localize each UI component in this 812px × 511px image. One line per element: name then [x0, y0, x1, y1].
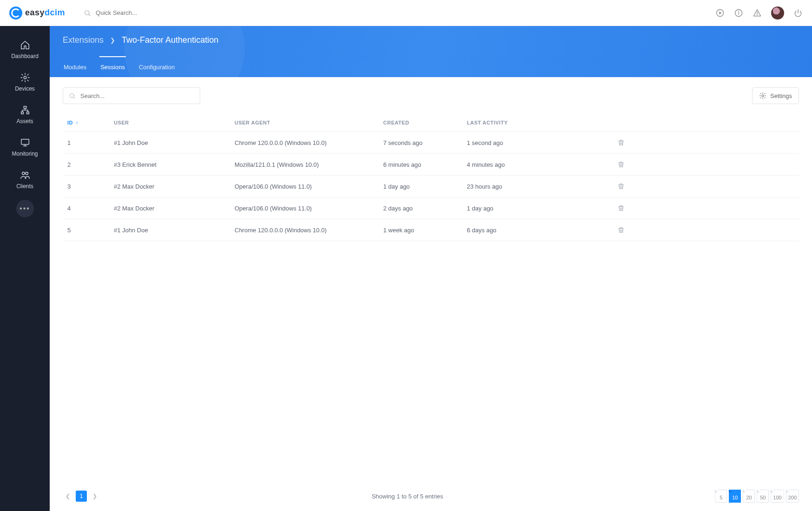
sidebar-item-assets[interactable]: Assets: [0, 98, 50, 131]
cell-user: #1 John Doe: [114, 227, 235, 234]
svg-point-17: [22, 172, 25, 175]
settings-button-label: Settings: [770, 92, 792, 99]
cell-id: 1: [67, 139, 114, 146]
cell-agent: Chrome 120.0.0.0 (Windows 10.0): [235, 139, 383, 146]
chevron-right-icon: ❯: [110, 37, 115, 44]
column-user[interactable]: USER: [114, 120, 235, 125]
info-icon[interactable]: [734, 8, 743, 18]
svg-marker-3: [719, 11, 721, 14]
cell-id: 2: [67, 161, 114, 168]
page-size-50[interactable]: 50: [757, 490, 769, 503]
page-next[interactable]: ❯: [90, 491, 100, 501]
brand-logo[interactable]: easydcim: [9, 7, 65, 20]
user-avatar[interactable]: [771, 7, 784, 20]
arrow-up-icon: ↑: [76, 120, 79, 125]
main-panel: Extensions ❯ Two-Factor Authentication M…: [50, 26, 812, 511]
network-icon: [20, 105, 30, 115]
sidebar-more-button[interactable]: •••: [16, 200, 34, 217]
column-id[interactable]: ID↑: [67, 120, 114, 125]
sidebar-item-dashboard[interactable]: Dashboard: [0, 33, 50, 66]
global-search-input[interactable]: [96, 9, 189, 16]
sidebar-item-label: Devices: [15, 85, 35, 92]
trash-icon: [617, 139, 625, 146]
delete-button[interactable]: [617, 183, 625, 190]
power-icon[interactable]: [793, 8, 803, 18]
table-row[interactable]: 2#3 Erick BennetMozilla/121.0.1 (Windows…: [63, 154, 799, 176]
cell-created: 6 minutes ago: [383, 161, 467, 168]
cell-activity: 4 minutes ago: [467, 161, 597, 168]
global-search[interactable]: [84, 9, 715, 17]
delete-button[interactable]: [617, 204, 625, 212]
brand-name-a: easy: [25, 8, 45, 17]
cell-agent: Opera/106.0 (Windows 11.0): [235, 183, 383, 190]
brand-mark-icon: [9, 7, 22, 20]
sidebar-item-devices[interactable]: Devices: [0, 66, 50, 98]
table-row[interactable]: 5#1 John DoeChrome 120.0.0.0 (Windows 10…: [63, 219, 799, 241]
tab-sessions[interactable]: Sessions: [99, 56, 126, 77]
svg-point-6: [739, 11, 739, 12]
table-header: ID↑ USER USER AGENT CREATED LAST ACTIVIT…: [63, 113, 799, 132]
cell-id: 4: [67, 205, 114, 212]
cell-agent: Mozilla/121.0.1 (Windows 10.0): [235, 161, 383, 168]
table-row[interactable]: 4#2 Max DockerOpera/106.0 (Windows 11.0)…: [63, 197, 799, 219]
cell-activity: 1 second ago: [467, 139, 597, 146]
page-current[interactable]: 1: [76, 491, 87, 502]
delete-button[interactable]: [617, 139, 625, 146]
page-size-10[interactable]: 10: [729, 490, 741, 503]
gear-icon: [759, 92, 766, 99]
gear-icon: [20, 72, 30, 83]
page-size-100[interactable]: 100: [771, 490, 784, 503]
column-last-activity[interactable]: LAST ACTIVITY: [467, 120, 597, 125]
brand-name-b: dcim: [45, 8, 65, 17]
cell-user: #2 Max Docker: [114, 183, 235, 190]
top-bar: easydcim: [0, 0, 812, 26]
column-created[interactable]: CREATED: [383, 120, 467, 125]
top-actions: [715, 7, 803, 20]
sidebar-item-clients[interactable]: Clients: [0, 164, 50, 196]
play-icon[interactable]: [715, 8, 725, 18]
cell-user: #2 Max Docker: [114, 205, 235, 212]
svg-rect-14: [21, 139, 29, 144]
tab-configuration[interactable]: Configuration: [138, 56, 176, 77]
cell-activity: 23 hours ago: [467, 183, 597, 190]
cell-id: 3: [67, 183, 114, 190]
sidebar-item-label: Assets: [16, 118, 33, 124]
search-icon: [84, 9, 91, 17]
trash-icon: [617, 161, 625, 168]
svg-point-8: [757, 14, 758, 15]
delete-button[interactable]: [617, 161, 625, 168]
settings-button[interactable]: Settings: [752, 87, 799, 104]
table-footer: ❮ 1 ❯ Showing 1 to 5 of 5 entries 510205…: [50, 484, 812, 511]
sidebar-item-label: Dashboard: [11, 53, 39, 59]
svg-point-21: [762, 95, 764, 97]
pagination: ❮ 1 ❯: [63, 491, 100, 502]
sidebar-item-label: Clients: [16, 183, 33, 190]
page-prev[interactable]: ❮: [63, 491, 73, 501]
breadcrumb-parent[interactable]: Extensions: [63, 35, 104, 45]
users-icon: [20, 170, 30, 180]
trash-icon: [617, 204, 625, 212]
svg-point-18: [25, 172, 27, 175]
delete-button[interactable]: [617, 226, 625, 234]
breadcrumb: Extensions ❯ Two-Factor Authentication: [63, 35, 799, 45]
table-row[interactable]: 1#1 John DoeChrome 120.0.0.0 (Windows 10…: [63, 132, 799, 154]
page-size-selector: 5102050100200: [715, 490, 799, 503]
alert-icon[interactable]: [753, 8, 762, 18]
sidebar: Dashboard Devices Assets Monitoring Clie…: [0, 26, 50, 511]
cell-agent: Opera/106.0 (Windows 11.0): [235, 205, 383, 212]
page-tabs: Modules Sessions Configuration: [63, 56, 799, 77]
sidebar-item-label: Monitoring: [12, 151, 38, 157]
cell-created: 1 week ago: [383, 227, 467, 234]
svg-line-20: [73, 97, 75, 98]
cell-activity: 1 day ago: [467, 205, 597, 212]
monitor-icon: [20, 138, 30, 148]
page-size-20[interactable]: 20: [743, 490, 755, 503]
sidebar-item-monitoring[interactable]: Monitoring: [0, 131, 50, 164]
table-row[interactable]: 3#2 Max DockerOpera/106.0 (Windows 11.0)…: [63, 176, 799, 197]
page-size-5[interactable]: 5: [715, 490, 727, 503]
tab-modules[interactable]: Modules: [63, 56, 87, 77]
column-user-agent[interactable]: USER AGENT: [235, 120, 383, 125]
cell-activity: 6 days ago: [467, 227, 597, 234]
cell-created: 2 days ago: [383, 205, 467, 212]
page-size-200[interactable]: 200: [786, 490, 799, 503]
